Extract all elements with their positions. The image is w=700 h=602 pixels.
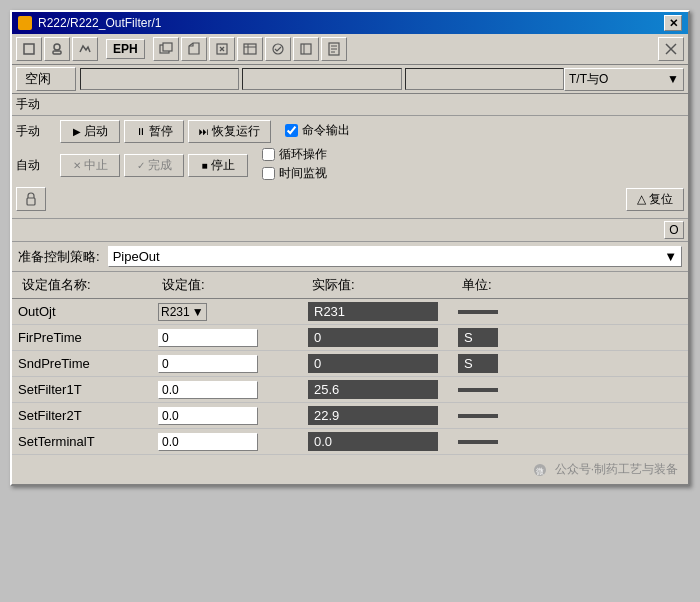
row-name-0: OutOjt (12, 301, 152, 322)
toolbar-btn-9[interactable] (293, 37, 319, 61)
svg-rect-8 (244, 44, 256, 54)
toolbar-pin-btn[interactable] (658, 37, 684, 61)
setvalue-input-1[interactable] (158, 329, 258, 347)
svg-point-1 (54, 44, 60, 50)
toolbar-btn-2[interactable] (44, 37, 70, 61)
row-name-5: SetTerminalT (12, 431, 152, 452)
lock-button[interactable] (16, 187, 46, 211)
toolbar-btn-6[interactable] (209, 37, 235, 61)
row-actual-5: 0.0 (302, 429, 452, 454)
row-unit-4 (452, 411, 572, 421)
svg-rect-0 (24, 44, 34, 54)
row-unit-1: S (452, 325, 572, 350)
window-title: R222/R222_OutFilter/1 (38, 16, 161, 30)
unit-value-1: S (458, 328, 498, 347)
actual-value-3: 25.6 (308, 380, 438, 399)
main-window: R222/R222_OutFilter/1 ✕ EPH (10, 10, 690, 486)
lock-icon (24, 192, 38, 206)
row-unit-2: S (452, 351, 572, 376)
dropdown-arrow-icon: ▼ (664, 249, 677, 264)
watermark-icon: 微 (533, 463, 547, 477)
row-actual-2: 0 (302, 351, 452, 376)
row-unit-5 (452, 437, 572, 447)
cmd-output-label: 命令输出 (302, 122, 350, 139)
table-body: OutOjt R231 ▼ R231 FirPreTime 0 (12, 299, 688, 455)
auto-label: 自动 (16, 157, 56, 174)
unit-value-0 (458, 310, 498, 314)
stop-button[interactable]: ✕ 中止 (60, 154, 120, 177)
svg-text:微: 微 (536, 467, 544, 476)
toolbar-btn-5[interactable] (181, 37, 207, 61)
stop-icon: ✕ (73, 160, 81, 171)
checkbox-group: 命令输出 (285, 122, 350, 141)
strategy-label: 准备控制策略: (18, 248, 100, 266)
close-button[interactable]: ✕ (664, 15, 682, 31)
resume-button[interactable]: ⏭ 恢复运行 (188, 120, 271, 143)
output-indicator: O (664, 221, 684, 239)
loop-op-checkbox[interactable] (262, 148, 275, 161)
status-bar: 空闲 T/T与O ▼ (12, 65, 688, 94)
table-row: SndPreTime 0 S (12, 351, 688, 377)
table-row: OutOjt R231 ▼ R231 (12, 299, 688, 325)
svg-point-11 (273, 44, 283, 54)
header-unit: 单位: (458, 274, 578, 296)
start-button[interactable]: ▶ 启动 (60, 120, 120, 143)
row-unit-0 (452, 307, 572, 317)
title-bar: R222/R222_OutFilter/1 ✕ (12, 12, 688, 34)
eph-button[interactable]: EPH (106, 39, 145, 59)
toolbar-btn-10[interactable] (321, 37, 347, 61)
complete-button[interactable]: ✓ 完成 (124, 154, 184, 177)
row-actual-4: 22.9 (302, 403, 452, 428)
row-name-2: SndPreTime (12, 353, 152, 374)
controls-section: 手动 ▶ 启动 ⏸ 暂停 ⏭ 恢复运行 命令输出 自动 (12, 116, 688, 218)
reset-button[interactable]: △ 复位 (626, 188, 684, 211)
cmd-output-row: 命令输出 (285, 122, 350, 139)
manual-label: 手动 (16, 123, 56, 140)
row-unit-3 (452, 385, 572, 395)
outojt-dropdown[interactable]: R231 ▼ (158, 303, 207, 321)
mode-select[interactable]: T/T与O ▼ (564, 68, 684, 91)
toolbar-btn-3[interactable] (72, 37, 98, 61)
idle-status: 空闲 (16, 67, 76, 91)
loop-op-label: 循环操作 (279, 146, 327, 163)
time-monitor-row: 时间监视 (262, 165, 327, 182)
setvalue-input-4[interactable] (158, 407, 258, 425)
cmd-output-checkbox[interactable] (285, 124, 298, 137)
svg-rect-2 (53, 51, 61, 54)
row-name-3: SetFilter1T (12, 379, 152, 400)
window-icon (18, 16, 32, 30)
strategy-select[interactable]: PipeOut ▼ (108, 246, 682, 267)
table-row: SetTerminalT 0.0 (12, 429, 688, 455)
time-monitor-checkbox[interactable] (262, 167, 275, 180)
unit-value-5 (458, 440, 498, 444)
row-setvalue-4 (152, 404, 302, 428)
toolbar-btn-4[interactable] (153, 37, 179, 61)
toolbar-btn-7[interactable] (237, 37, 263, 61)
halt-button[interactable]: ■ 停止 (188, 154, 248, 177)
table-row: FirPreTime 0 S (12, 325, 688, 351)
setvalue-input-5[interactable] (158, 433, 258, 451)
unit-value-3 (458, 388, 498, 392)
row-actual-3: 25.6 (302, 377, 452, 402)
pause-button[interactable]: ⏸ 暂停 (124, 120, 184, 143)
actual-value-0: R231 (308, 302, 438, 321)
actual-value-1: 0 (308, 328, 438, 347)
section-bar: 手动 (12, 94, 688, 116)
toolbar-btn-1[interactable] (16, 37, 42, 61)
actual-value-5: 0.0 (308, 432, 438, 451)
actual-value-4: 22.9 (308, 406, 438, 425)
setvalue-input-3[interactable] (158, 381, 258, 399)
toolbar-btn-8[interactable] (265, 37, 291, 61)
reset-icon: △ (637, 192, 646, 206)
row-setvalue-5 (152, 430, 302, 454)
strategy-value: PipeOut (113, 249, 160, 264)
checkbox-group2: 循环操作 时间监视 (262, 146, 327, 184)
halt-icon: ■ (201, 160, 207, 171)
row-setvalue-2 (152, 352, 302, 376)
row-actual-1: 0 (302, 325, 452, 350)
strategy-row: 准备控制策略: PipeOut ▼ (12, 242, 688, 272)
header-setvalue: 设定值: (158, 274, 308, 296)
row-name-1: FirPreTime (12, 327, 152, 348)
setvalue-input-2[interactable] (158, 355, 258, 373)
svg-rect-12 (301, 44, 311, 54)
